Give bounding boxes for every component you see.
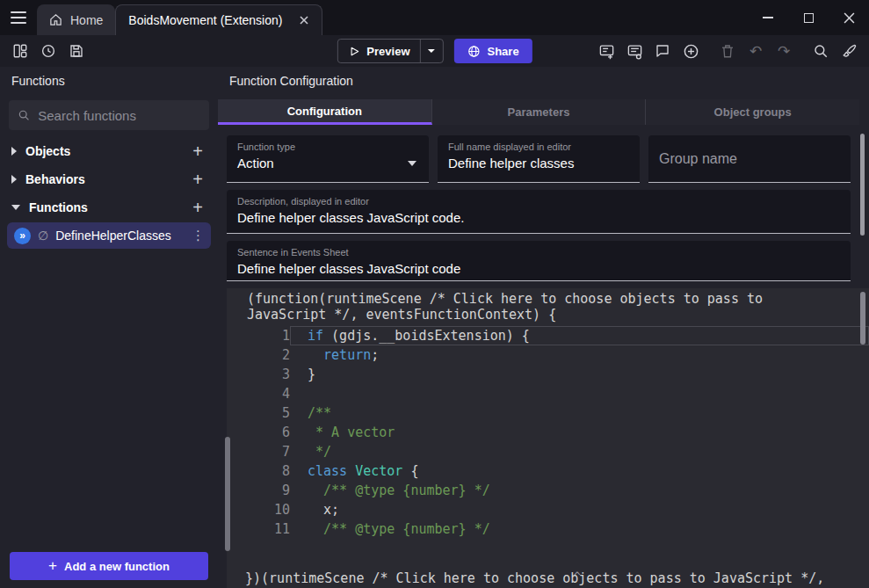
history-clock-icon — [40, 43, 56, 59]
titlebar: Home BoidsMovement (Extension) — [0, 0, 869, 35]
preview-options-button[interactable] — [420, 40, 443, 62]
comment-button[interactable] — [649, 38, 676, 64]
delete-button[interactable] — [714, 38, 741, 64]
theme-button[interactable] — [836, 38, 862, 64]
code-line[interactable]: 6 * A vector — [227, 423, 869, 442]
tab-object-groups[interactable]: Object groups — [646, 99, 859, 125]
hamburger-menu-button[interactable] — [0, 0, 37, 35]
code-text: } — [290, 365, 869, 384]
undo-icon: ↶ — [750, 44, 762, 59]
function-item-definehelperclasses[interactable]: » ∅ DefineHelperClasses ⋮ — [7, 222, 211, 249]
code-scrollbar[interactable] — [860, 292, 865, 345]
code-line[interactable]: 10 x; — [227, 500, 869, 519]
save-floppy-icon — [69, 43, 84, 59]
group-name-placeholder: Group name — [659, 151, 840, 167]
left-scrollbar[interactable] — [225, 437, 230, 551]
code-line[interactable]: 1if (gdjs.__boidsExtension) { — [227, 326, 869, 345]
code-text: if (gdjs.__boidsExtension) { — [290, 326, 869, 345]
search-functions-box[interactable] — [9, 100, 209, 130]
line-number: 4 — [227, 384, 290, 403]
group-name-field[interactable]: Group name — [648, 135, 851, 183]
function-configuration-panel: Function Configuration Configuration Par… — [218, 67, 869, 588]
add-new-function-button[interactable]: + Add a new function — [10, 552, 208, 580]
code-line[interactable]: 8class Vector { — [227, 461, 869, 481]
line-number: 10 — [227, 500, 290, 519]
full-name-label: Full name displayed in editor — [448, 142, 629, 152]
sentence-label: Sentence in Events Sheet — [237, 247, 840, 258]
add-function-quick-button[interactable]: + — [189, 199, 206, 216]
project-manager-button[interactable] — [7, 38, 33, 64]
function-type-select[interactable]: Function type Action — [227, 135, 429, 183]
minimize-button[interactable] — [748, 0, 788, 35]
toolbar: Preview Share — [0, 35, 869, 67]
list-settings-icon — [626, 43, 643, 60]
code-text: * A vector — [290, 423, 869, 442]
hamburger-icon — [11, 8, 26, 27]
caret-up-icon[interactable]: ^ — [574, 570, 581, 583]
line-number: 6 — [227, 423, 290, 442]
dropdown-arrow-icon — [408, 161, 416, 166]
preview-button[interactable]: Preview — [337, 39, 443, 63]
add-object-button[interactable]: + — [189, 142, 206, 160]
code-line[interactable]: 3} — [227, 365, 869, 384]
sidebar-section-objects[interactable]: Objects + — [0, 137, 218, 165]
code-text: */ — [290, 442, 869, 461]
code-line[interactable]: 4 — [227, 384, 869, 403]
search-icon — [813, 43, 829, 59]
function-type-label: Function type — [237, 142, 418, 152]
code-footer-line: })(runtimeScene /* Click here to choose … — [245, 570, 869, 586]
maximize-button[interactable] — [788, 0, 829, 35]
redo-icon: ↷ — [778, 44, 790, 59]
search-button[interactable] — [807, 38, 834, 64]
open-behaviors-list-button[interactable] — [621, 38, 648, 64]
javascript-code-editor[interactable]: (function(runtimeScene /* Click here to … — [227, 288, 869, 588]
search-functions-input[interactable] — [38, 108, 200, 123]
code-header[interactable]: (function(runtimeScene /* Click here to … — [227, 291, 869, 323]
add-button[interactable] — [677, 38, 704, 64]
close-tab-icon[interactable] — [299, 15, 309, 25]
undo-button[interactable]: ↶ — [742, 38, 769, 64]
code-footer: })(runtimeScene /* Click here to choose … — [227, 539, 869, 588]
line-number: 8 — [227, 461, 290, 481]
tab-project-label: BoidsMovement (Extension) — [128, 13, 282, 27]
code-text: /** @type {number} */ — [290, 481, 869, 500]
code-line[interactable]: 7 */ — [227, 442, 869, 461]
play-icon — [348, 46, 359, 57]
code-line[interactable]: 9 /** @type {number} */ — [227, 481, 869, 500]
add-behavior-button[interactable]: + — [189, 171, 206, 188]
sidebar-section-behaviors[interactable]: Behaviors + — [0, 165, 218, 193]
list-add-icon — [598, 43, 615, 60]
sentence-value: Define helper classes JavaScript code — [237, 261, 460, 276]
function-name: DefineHelperClasses — [55, 229, 185, 243]
config-scrollbar[interactable] — [860, 134, 865, 236]
tab-home[interactable]: Home — [37, 4, 115, 35]
tab-configuration[interactable]: Configuration — [218, 99, 432, 125]
sidebar-section-functions[interactable]: Functions + — [0, 193, 218, 221]
tab-project[interactable]: BoidsMovement (Extension) — [115, 4, 322, 35]
redo-button[interactable]: ↷ — [771, 38, 797, 64]
history-button[interactable] — [35, 38, 62, 64]
function-type-value: Action — [237, 156, 274, 171]
preview-main[interactable]: Preview — [337, 40, 419, 62]
code-line[interactable]: 2 return; — [227, 345, 869, 365]
open-functions-list-button[interactable] — [593, 38, 619, 64]
share-button[interactable]: Share — [454, 39, 532, 63]
code-line[interactable]: 5/** — [227, 403, 869, 423]
maximize-icon — [804, 13, 814, 23]
description-field[interactable]: Description, displayed in editor Define … — [227, 190, 851, 234]
sentence-field[interactable]: Sentence in Events Sheet Define helper c… — [227, 241, 851, 281]
code-text: class Vector { — [290, 461, 869, 481]
line-number: 5 — [227, 403, 290, 423]
close-window-button[interactable] — [829, 0, 869, 35]
tab-parameters[interactable]: Parameters — [432, 99, 647, 125]
description-label: Description, displayed in editor — [237, 196, 840, 207]
globe-icon — [467, 45, 481, 58]
private-function-icon: ∅ — [38, 229, 48, 243]
toolbar-left-group — [7, 38, 90, 64]
function-options-icon[interactable]: ⋮ — [192, 228, 204, 243]
chevron-right-icon — [11, 175, 17, 184]
full-name-field[interactable]: Full name displayed in editor Define hel… — [438, 135, 640, 183]
save-button[interactable] — [63, 38, 90, 64]
code-line[interactable]: 11 /** @type {number} */ — [227, 519, 869, 539]
home-icon — [49, 13, 62, 26]
